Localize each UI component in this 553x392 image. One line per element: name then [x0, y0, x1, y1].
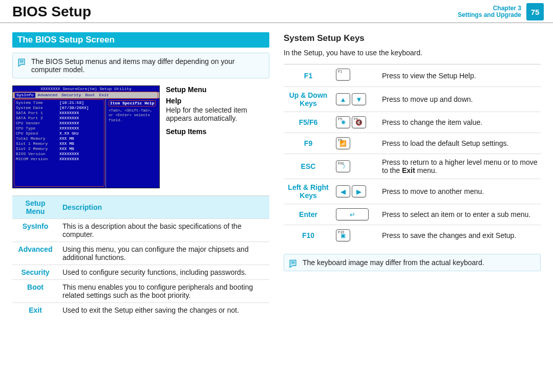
bios-tab: SysInfo — [15, 93, 35, 98]
bios-row: CPU TypeXXXXXXXX — [16, 126, 102, 131]
chapter-line-2: Settings and Upgrade — [458, 12, 521, 18]
menu-name: Boot — [12, 280, 58, 303]
menu-table-h2: Description — [58, 196, 269, 219]
menu-table-h1: Setup Menu — [12, 196, 58, 219]
key-label: Enter — [284, 204, 333, 225]
bios-key: SATA Port 1 — [16, 111, 59, 116]
table-row: Up & Down Keys▲▼Press to move up and dow… — [284, 87, 541, 112]
key-desc: Press to move to another menu. — [379, 179, 541, 204]
keycap: F10▣ — [336, 229, 350, 242]
left-column: The BIOS Setup Screen The BIOS Setup men… — [12, 32, 269, 317]
table-row: F1F1Press to view the Setup Help. — [284, 64, 541, 87]
menu-desc: Used to exit the Setup either saving the… — [58, 303, 269, 318]
bios-row: Slot 2 MemoryXXX MB — [16, 146, 102, 151]
keycap-icon: ▶ — [356, 188, 361, 195]
bios-key: System Date — [16, 105, 59, 111]
bios-key: CPU Vender — [16, 121, 59, 126]
setup-menu-table: Setup Menu Description SysInfoThis is a … — [12, 195, 269, 317]
bios-row: BIOS VersionXXXXXXXX — [16, 151, 102, 157]
bios-key: BIOS Version — [16, 151, 59, 157]
section-title: The BIOS Setup Screen — [12, 32, 269, 48]
keycap-icon: ↵ — [350, 211, 355, 219]
bios-key: CPU Type — [16, 126, 59, 131]
keycap-label: F6 — [354, 117, 358, 121]
bios-row: Slot 1 MemoryXXX MB — [16, 141, 102, 146]
key-desc: Press to load the default Setup settings… — [379, 133, 541, 154]
key-desc: Press to return to a higher level menu o… — [379, 154, 541, 179]
keyboard-note: The keyboard image may differ from the a… — [284, 254, 541, 271]
table-row: F9F9📶Press to load the default Setup set… — [284, 133, 541, 154]
menu-name: SysInfo — [12, 219, 58, 242]
bios-value: [10:21:59] — [59, 100, 84, 105]
keycap-cell: Esc☽ — [333, 154, 379, 179]
keycap-cell: F10▣ — [333, 225, 379, 246]
keycap: ▼ — [352, 93, 366, 105]
keycap-label: F5 — [338, 117, 342, 121]
keycap-icon: ◀ — [341, 188, 346, 195]
keyboard-note-text: The keyboard image may differ from the a… — [303, 258, 484, 267]
keycap: ↵ — [336, 208, 369, 221]
right-heading: System Setup Keys — [284, 33, 541, 43]
bios-help-title: Item Specific Help — [110, 101, 154, 105]
keycap-cell: F5✺F6🔇 — [333, 112, 379, 133]
bios-callouts: Setup Menu Help Help for the selected it… — [166, 85, 269, 188]
key-desc: Press to select an item or to enter a su… — [379, 204, 541, 225]
bios-key: Slot 1 Memory — [16, 141, 59, 146]
bios-key: System Time — [16, 100, 59, 105]
header-right: Chapter 3 Settings and Upgrade 75 — [458, 3, 544, 20]
keycap-cell: ◀▶ — [333, 179, 379, 204]
bios-value: XXXXXXXX — [59, 116, 79, 121]
keycap: ▶ — [352, 185, 366, 198]
table-row: ESCEsc☽Press to return to a higher level… — [284, 154, 541, 179]
keycap: F6🔇 — [352, 116, 366, 128]
keycap-cell: F9📶 — [333, 133, 379, 154]
keycap: Esc☽ — [336, 160, 350, 172]
bios-tabs: SysInfo Advanced Security Boot Exit — [13, 92, 159, 98]
callout-help-body: Help for the selected item appears autom… — [166, 106, 269, 122]
key-label: F9 — [284, 133, 333, 154]
key-label: ESC — [284, 154, 333, 179]
keycap-label: F9 — [338, 138, 342, 142]
table-row: SysInfoThis is a description about the b… — [12, 219, 269, 242]
keycap: ▲ — [336, 93, 350, 105]
note-icon — [288, 258, 299, 269]
keycap-icon: ▼ — [356, 96, 363, 103]
bios-main-panel: System Time[10:21:59]System Date[07/30/2… — [13, 98, 105, 188]
table-row: F10F10▣Press to save the changes and exi… — [284, 225, 541, 246]
bios-window-title: XXXXXXXX SecureCore(tm) Setup Utility — [13, 86, 159, 92]
menu-name: Advanced — [12, 242, 58, 265]
bios-value: XXXXXXXX — [59, 111, 79, 116]
bios-key: MICOM Version — [16, 157, 59, 162]
menu-name: Exit — [12, 303, 58, 318]
keycap-label: F1 — [338, 70, 342, 73]
bios-key: SATA Port 2 — [16, 116, 59, 121]
bios-value: XXX MB — [59, 136, 74, 141]
key-label: F1 — [284, 64, 333, 87]
page-header: BIOS Setup Chapter 3 Settings and Upgrad… — [0, 0, 553, 23]
keycap: F9📶 — [336, 137, 350, 149]
bios-key: Total Memory — [16, 136, 59, 141]
bios-row: CPU VenderXXXXXXXX — [16, 121, 102, 126]
right-intro: In the Setup, you have to use the keyboa… — [284, 49, 541, 57]
bios-row: SATA Port 2XXXXXXXX — [16, 116, 102, 121]
key-desc: Press to save the changes and exit Setup… — [379, 225, 541, 246]
bios-row: System Date[07/30/20XX] — [16, 105, 102, 111]
callout-help-title: Help — [166, 97, 269, 105]
bios-screenshot: XXXXXXXX SecureCore(tm) Setup Utility Sy… — [12, 85, 160, 188]
bios-value: XXX MB — [59, 146, 74, 151]
bios-value: XXXXXXXX — [59, 151, 79, 157]
menu-desc: This is a description about the basic sp… — [58, 219, 269, 242]
bios-key: Slot 2 Memory — [16, 146, 59, 151]
callout-outline-help: Item Specific Help — [109, 100, 156, 106]
menu-desc: Using this menu, you can configure the m… — [58, 242, 269, 265]
table-row: ExitUsed to exit the Setup either saving… — [12, 303, 269, 318]
table-row: F5/F6F5✺F6🔇Press to change the item valu… — [284, 112, 541, 133]
bios-row: SATA Port 1XXXXXXXX — [16, 111, 102, 116]
keycap: ◀ — [336, 185, 350, 198]
page-number: 75 — [526, 3, 544, 20]
key-desc: Press to change the item value. — [379, 112, 541, 133]
bios-row: Total MemoryXXX MB — [16, 136, 102, 141]
bios-value: XXX MB — [59, 141, 74, 146]
bios-tab: Advanced — [36, 93, 59, 98]
page-title: BIOS Setup — [12, 4, 91, 20]
